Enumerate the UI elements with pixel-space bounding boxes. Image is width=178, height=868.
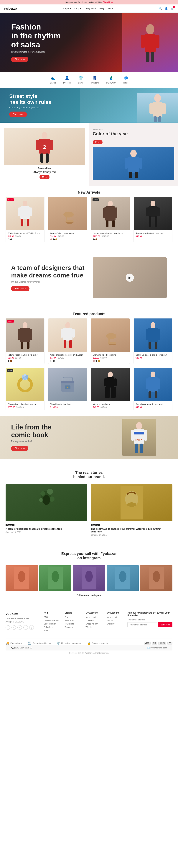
instagram-follow-link[interactable]: Follow us on Instagram <box>77 594 101 596</box>
footer-link[interactable]: Trousers <box>65 626 82 628</box>
cat-hats[interactable]: 🧢 Hats <box>123 76 128 84</box>
footer-link[interactable]: Careers & Goals <box>44 619 61 622</box>
product-name: Women's flex dress pump <box>50 232 85 235</box>
logo[interactable]: yobazar <box>4 6 19 10</box>
newsletter-subscribe-btn[interactable]: Subscribe <box>158 622 172 627</box>
product-card[interactable]: Travel handle tote bags $196.50 <box>48 368 87 410</box>
trust-moneyback: 🛡️ Moneyback guarantee <box>57 641 81 645</box>
blog-image <box>91 484 172 521</box>
footer-link[interactable]: FAQ <box>44 616 61 618</box>
product-card[interactable]: Women's leather set $43.00 $65.00 <box>91 368 130 410</box>
social-youtube[interactable]: y <box>29 625 34 630</box>
color-dot <box>50 239 52 240</box>
footer-link[interactable]: Checkout <box>85 619 103 622</box>
cat-shoes[interactable]: 👟 Shoes <box>50 76 56 84</box>
footer-link[interactable]: Store location <box>44 623 61 625</box>
svg-rect-56 <box>72 329 75 338</box>
footer-newsletter: Join our newsletter and get $20 for your… <box>128 612 172 633</box>
product-card[interactable]: Women's flex dress pump $32.00 $49.00 <box>91 318 130 364</box>
product-card[interactable]: Raw denim short with sequins $49.00 <box>134 197 172 242</box>
svg-rect-55 <box>61 329 63 338</box>
product-card[interactable]: Blue classic long sleeves shirt $49.00 <box>134 368 172 410</box>
cat-shirts[interactable]: 👕 Shirts <box>78 76 83 84</box>
social-facebook[interactable]: f <box>6 625 10 630</box>
new-badge: NEW <box>7 369 13 372</box>
shoes-icon: 👟 <box>50 76 56 81</box>
product-card[interactable]: SALE Natural vegan leather moto jacket $… <box>6 318 44 364</box>
promo-bestsellers: 2 Bestsellers Always trendy red More <box>0 123 89 186</box>
team-cta[interactable]: Read more <box>11 286 30 291</box>
instagram-item[interactable] <box>107 565 139 591</box>
footer-social: f t i p y <box>6 625 40 630</box>
footer-link[interactable]: Checkout <box>106 623 124 625</box>
new-arrival-title: Color of the year <box>93 131 174 136</box>
product-card[interactable]: Dark blue classic long sleeves shirt $49… <box>134 318 172 364</box>
footer-link[interactable]: Tracksuits <box>65 623 82 625</box>
comic-subtitle: Retro games t-shirts! <box>11 440 51 443</box>
svg-rect-45 <box>149 216 151 227</box>
footer-link[interactable]: Wishlist <box>106 619 124 622</box>
instagram-item[interactable] <box>39 565 72 591</box>
footer-link[interactable]: Gift Cards <box>65 619 82 622</box>
blog-card[interactable]: Fashion A team of designers that make dr… <box>6 484 87 536</box>
nav-blog[interactable]: Blog <box>99 7 104 10</box>
instagram-item[interactable] <box>6 565 38 591</box>
footer-link[interactable]: My account <box>106 616 124 618</box>
color-dot <box>96 239 97 240</box>
product-card[interactable]: NEW Natural vegan leather moto jacket $2… <box>91 197 130 242</box>
footer-link[interactable]: Shopping cart <box>85 623 103 625</box>
social-instagram[interactable]: i <box>17 625 22 630</box>
social-twitter[interactable]: t <box>11 625 16 630</box>
product-card[interactable]: Women's flex dress pump $32.00 $49.00 <box>48 197 87 242</box>
footer-contact-bar: 📞 (800) 1234 5678 90 ✉️ info@domain.com <box>6 645 172 650</box>
footer-brand: yobazar 1967 Halky Street Camden,Arlingt… <box>6 612 40 633</box>
instagram-item[interactable] <box>73 565 105 591</box>
cat-dresses[interactable]: 👗 Dresses <box>63 76 71 84</box>
instagram-item[interactable] <box>140 565 172 591</box>
nav-categories[interactable]: Categories ▾ <box>84 7 97 10</box>
bestsellers-more-btn[interactable]: More <box>39 175 49 179</box>
svg-rect-29 <box>21 219 23 226</box>
cart-icon[interactable]: 🛒 0 <box>171 7 174 10</box>
svg-rect-83 <box>114 378 117 386</box>
footer-link[interactable]: Wishlist <box>85 626 103 628</box>
nav-contact[interactable]: Contact <box>107 7 114 10</box>
svg-point-19 <box>130 150 137 157</box>
color-dots <box>8 239 42 240</box>
cart-count: 0 <box>173 6 175 8</box>
footer-link[interactable]: My account <box>85 616 103 618</box>
banner-link[interactable]: Shop Now <box>103 1 113 3</box>
product-card[interactable]: White short checkered T-shirt & skirt $1… <box>48 318 87 364</box>
street-banner-cta[interactable]: Shop Now <box>9 112 27 117</box>
newsletter-input[interactable] <box>128 622 157 627</box>
footer-address: 1967 Halky Street Camden,Arlington, CA 9… <box>6 617 40 623</box>
svg-rect-65 <box>146 329 148 340</box>
street-banner-content: Street stylehas its own rules Create any… <box>9 93 51 117</box>
delivery-label: Free delivery <box>10 642 22 644</box>
cat-swimwear-label: Swimwear <box>106 82 115 84</box>
footer-link[interactable]: Shorts <box>44 629 61 631</box>
product-card[interactable]: NEW Diamond wedding ring for women $299.… <box>6 368 44 410</box>
cat-shoes-label: Shoes <box>50 82 56 84</box>
cat-swimwear[interactable]: 🩱 Swimwear <box>106 76 115 84</box>
nav-pages[interactable]: Pages ▾ <box>63 7 71 10</box>
paypal-icon: PP <box>168 642 172 645</box>
cat-trousers[interactable]: 👖 Trousers <box>91 76 99 84</box>
social-pinterest[interactable]: p <box>23 625 28 630</box>
user-icon[interactable]: 👤 <box>165 7 168 10</box>
color-dot <box>8 239 9 240</box>
new-arrival-more-btn[interactable]: More <box>93 140 103 144</box>
product-price: $17.00 $24.00 <box>50 357 85 359</box>
footer-link[interactable]: Brands <box>65 616 82 618</box>
product-card[interactable]: SALE White short checkered T-shirt & ski… <box>6 197 44 242</box>
comic-cta[interactable]: Shop now <box>11 445 28 451</box>
svg-rect-90 <box>148 392 151 398</box>
blog-card[interactable]: Fashion The best ways to change your sum… <box>91 484 172 536</box>
footer-link[interactable]: Polo shirts <box>44 626 61 628</box>
search-icon[interactable]: 🔍 <box>158 7 162 10</box>
play-button[interactable]: ▶ <box>126 274 134 282</box>
hero-cta[interactable]: Shop now <box>11 57 28 62</box>
nav-shop[interactable]: Shop ▾ <box>74 7 81 10</box>
product-price: $205.00 $249.00 <box>93 235 128 237</box>
bestsellers-image: 2 <box>4 128 85 165</box>
